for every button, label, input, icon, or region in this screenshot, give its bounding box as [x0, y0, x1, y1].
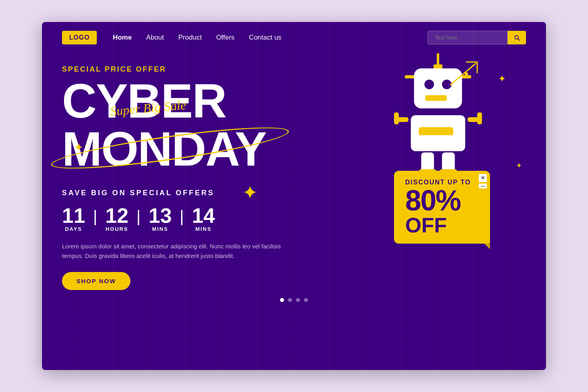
- mins2-label: MINS: [195, 226, 212, 232]
- hero-right: ✦ ✦: [358, 61, 526, 244]
- shop-now-button[interactable]: SHOP NOW: [62, 272, 130, 290]
- sparkle-icon-2: ✦: [516, 161, 522, 170]
- nav-home[interactable]: Home: [113, 34, 132, 41]
- nav-product[interactable]: Product: [178, 34, 202, 41]
- dot-4[interactable]: [304, 298, 308, 302]
- lorem-description: Lorem ipsum dolor sit amet, consectetur …: [62, 242, 286, 261]
- svg-rect-13: [394, 112, 399, 124]
- mins1-number: 13: [148, 205, 172, 226]
- main-title: CYBER Super Big Sale MONDAY ✦: [62, 77, 358, 173]
- page-wrapper: LOGO Home About Product Offers Contact u…: [42, 22, 546, 370]
- countdown-hours: 12 HOURS: [97, 205, 136, 232]
- countdown-mins2: 14 MINS: [184, 205, 223, 232]
- minimize-button[interactable]: —: [479, 184, 487, 188]
- discount-card: ✕ — DISCOUNT UP TO 80% OFF: [394, 171, 490, 244]
- mins2-number: 14: [192, 205, 215, 226]
- save-big-label: SAVE BIG ON SPECIAL OFFERS: [62, 189, 358, 197]
- countdown-days: 11 DAYS: [62, 205, 93, 232]
- navbar: LOGO Home About Product Offers Contact u…: [42, 22, 546, 53]
- arrow-decoration: [450, 61, 482, 94]
- discount-off: OFF: [405, 215, 479, 236]
- nav-contact[interactable]: Contact us: [249, 34, 281, 41]
- cyber-text: CYBER: [62, 77, 358, 125]
- days-label: DAYS: [65, 226, 82, 232]
- divider2: |: [136, 208, 140, 230]
- hours-label: HOURS: [106, 226, 128, 232]
- svg-rect-11: [419, 127, 453, 135]
- logo[interactable]: LOGO: [62, 31, 97, 44]
- close-button[interactable]: ✕: [479, 174, 487, 182]
- monday-text: MONDAY: [62, 125, 358, 173]
- dots-pagination: [42, 290, 546, 308]
- svg-point-7: [424, 80, 434, 89]
- svg-rect-15: [477, 112, 482, 124]
- svg-rect-9: [425, 95, 447, 101]
- countdown: 11 DAYS | 12 HOURS | 13 MINS | 14 MINS: [62, 205, 358, 232]
- search-bar: [428, 31, 526, 44]
- search-button[interactable]: [508, 31, 526, 44]
- dot-3[interactable]: [296, 298, 300, 302]
- countdown-mins1: 13 MINS: [140, 205, 180, 232]
- dot-1[interactable]: [280, 298, 284, 302]
- svg-rect-1: [437, 53, 439, 65]
- nav-offers[interactable]: Offers: [216, 34, 234, 41]
- svg-line-0: [450, 63, 476, 85]
- search-icon: [513, 34, 520, 41]
- divider3: |: [180, 208, 184, 230]
- days-number: 11: [62, 205, 85, 226]
- nav-links: Home About Product Offers Contact us: [113, 34, 428, 42]
- hours-number: 12: [105, 205, 128, 226]
- divider1: |: [93, 208, 97, 230]
- nav-about[interactable]: About: [146, 34, 164, 41]
- search-input[interactable]: [428, 31, 508, 44]
- orbit-star: ✦: [74, 142, 83, 153]
- hero-left: SPECIAL PRICE OFFER CYBER Super Big Sale…: [62, 61, 358, 290]
- dot-2[interactable]: [288, 298, 292, 302]
- star-decoration: ✦: [242, 181, 258, 204]
- sparkle-icon-1: ✦: [498, 73, 506, 84]
- mins1-label: MINS: [152, 226, 168, 232]
- discount-percent: 80%: [405, 186, 479, 215]
- hero-section: SPECIAL PRICE OFFER CYBER Super Big Sale…: [42, 53, 546, 290]
- special-offer-label: SPECIAL PRICE OFFER: [62, 65, 358, 74]
